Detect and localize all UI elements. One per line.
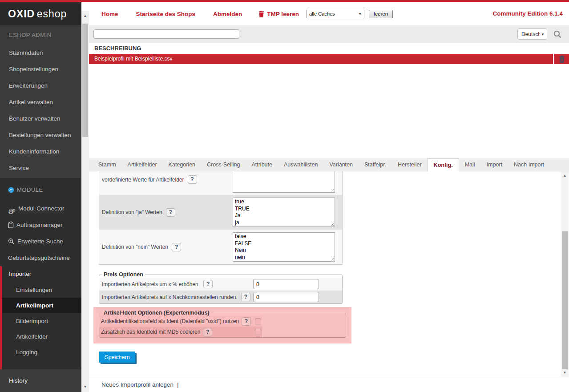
tab-hersteller[interactable]: Hersteller (392, 158, 428, 171)
history-section: History (0, 369, 81, 392)
field-label: Definition von "ja" Werten (102, 209, 162, 215)
price-options-fieldset: Preis Optionen Importierten Artikelpreis… (99, 271, 343, 304)
sidebar-item-shopeinstellungen[interactable]: Shopeinstellungen (0, 61, 81, 77)
scroll-down-icon[interactable]: ▼ (561, 370, 569, 376)
home-link[interactable]: Home (101, 11, 118, 17)
sidebar-subitem-logging[interactable]: Logging (2, 344, 81, 360)
clipboard-icon (8, 222, 14, 228)
tab-mall[interactable]: Mall (459, 158, 481, 171)
tab-attribute[interactable]: Attribute (246, 158, 278, 171)
help-icon[interactable]: ? (203, 328, 212, 336)
trash-icon (258, 11, 264, 17)
sidebar-scrollbar-thumb[interactable] (82, 24, 88, 137)
scroll-up-icon[interactable]: ▲ (561, 173, 569, 179)
table-row: Definition von "nein" Werten ? false FAL… (99, 230, 342, 264)
tab-artikelfelder[interactable]: Artikelfelder (122, 158, 163, 171)
sidebar-item-kundeninformation[interactable]: Kundeninformation (0, 143, 81, 160)
sidebar-item-geburtstagsgutscheine[interactable]: Geburtstagsgutscheine (8, 250, 70, 266)
help-icon[interactable]: ? (241, 293, 250, 301)
shop-start-link[interactable]: Startseite des Shops (136, 11, 196, 17)
tab-staffelpr[interactable]: Staffelpr. (359, 158, 392, 171)
search-icon[interactable] (553, 30, 561, 38)
sidebar-item-artikel-verwalten[interactable]: Artikel verwalten (0, 94, 81, 110)
sidebar: OXID eshop ESHOP ADMIN Stammdaten Shopei… (0, 2, 89, 392)
textarea-wrap: false FALSE Nein nein (233, 232, 335, 262)
tab-cross-selling[interactable]: Cross-Selling (201, 158, 246, 171)
yes-values-textarea[interactable]: true TRUE Ja ja (233, 198, 335, 227)
field-label: Definition von "nein" Werten (102, 244, 168, 250)
delete-icon (559, 56, 565, 63)
textarea-wrap (233, 171, 335, 193)
help-icon[interactable]: ? (188, 175, 197, 184)
sidebar-scrollbar[interactable]: ▲ ▼ (81, 11, 89, 392)
scroll-down-icon[interactable]: ▼ (81, 384, 89, 390)
predefined-values-textarea[interactable] (233, 171, 335, 193)
use-oxid-ident-checkbox[interactable] (255, 318, 261, 324)
delete-profile-cell[interactable] (554, 54, 569, 64)
gears-icon: ⚙⚙ (8, 205, 16, 212)
cache-select[interactable]: alle Caches (307, 10, 364, 18)
bottom-bar: Neues Importprofil anlegen | (89, 377, 569, 392)
sidebar-item-erweiterungen[interactable]: Erweiterungen (0, 77, 81, 94)
module-icon (8, 187, 14, 193)
eshop-admin-label: ESHOP ADMIN (9, 32, 52, 38)
logo-oxid-text: OXID (8, 8, 35, 20)
md5-encode-checkbox[interactable] (255, 329, 261, 335)
tab-varianten[interactable]: Varianten (323, 158, 359, 171)
tab-auswahllisten[interactable]: Auswahllisten (278, 158, 323, 171)
clear-cache-button[interactable]: leeren (369, 10, 393, 18)
table-row: Artikelidentifikationsfeld als Ident (Da… (99, 316, 262, 327)
sidebar-subitem-einstellungen[interactable]: Einstellungen (2, 282, 81, 298)
scroll-up-icon[interactable]: ▲ (81, 13, 89, 19)
logo[interactable]: OXID eshop (0, 2, 81, 25)
top-navigation: Home Startseite des Shops Abmelden TMP l… (89, 2, 569, 25)
sidebar-item-bestellungen-verwalten[interactable]: Bestellungen verwalten (0, 127, 81, 143)
new-import-profile-link[interactable]: Neues Importprofil anlegen (101, 381, 174, 388)
price-increase-input[interactable] (253, 279, 319, 289)
help-icon[interactable]: ? (242, 317, 251, 326)
help-icon[interactable]: ? (166, 208, 175, 217)
sidebar-subitem-bilderimport[interactable]: Bilderimport (2, 313, 81, 329)
sidebar-item-history[interactable]: History (0, 369, 81, 392)
field-label: vordefinierte Werte für Artikelfelder (102, 177, 184, 183)
price-rounding-input[interactable] (253, 292, 319, 302)
tab-import[interactable]: Import (481, 158, 508, 171)
tab-nach-import[interactable]: Nach Import (508, 158, 550, 171)
table-row: Zusätzlich das Identfeld mit MD5 codiere… (99, 327, 262, 337)
panel-scrollbar[interactable]: ▲ ▼ (561, 171, 569, 377)
oxid-admin-screen: OXID eshop ESHOP ADMIN Stammdaten Shopei… (0, 0, 569, 392)
sidebar-item-auftragsmanager[interactable]: Auftragsmanager (8, 217, 63, 233)
sidebar-item-benutzer-verwalten[interactable]: Benutzer verwalten (0, 110, 81, 127)
logout-link[interactable]: Abmelden (213, 11, 242, 17)
article-ident-fieldset: Artikel-Ident Optionen (Expertenmodus) A… (99, 310, 346, 338)
import-profile-row[interactable]: Beispielprofil mit Beispielliste.csv (89, 54, 553, 64)
help-icon[interactable]: ? (203, 280, 213, 288)
sidebar-main-nav: Stammdaten Shopeinstellungen Erweiterung… (0, 44, 81, 176)
sidebar-item-label: Erweiterte Suche (17, 233, 63, 250)
sidebar-item-erweiterte-suche[interactable]: Erweiterte Suche (8, 233, 63, 250)
field-label: Zusätzlich das Identfeld mit MD5 codiere… (101, 329, 200, 335)
save-button[interactable]: Speichern (99, 352, 135, 363)
module-section: MODULE ⚙⚙ Modul-Connector Auftragsmanage… (0, 178, 81, 369)
tab-bar: Stamm Artikelfelder Kategorien Cross-Sel… (89, 158, 569, 171)
sidebar-item-importer[interactable]: Importer (2, 266, 81, 282)
language-select[interactable]: Deutsch (517, 28, 547, 40)
tab-stamm[interactable]: Stamm (93, 158, 122, 171)
sidebar-subitem-artikelfelder[interactable]: Artikelfelder (2, 329, 81, 344)
sidebar-item-service[interactable]: Service (0, 160, 81, 176)
sidebar-item-stammdaten[interactable]: Stammdaten (0, 44, 81, 61)
tab-konfig[interactable]: Konfig. (428, 158, 459, 171)
panel-scrollbar-thumb[interactable] (562, 231, 568, 369)
module-header: MODULE (8, 182, 43, 198)
sidebar-item-modul-connector[interactable]: ⚙⚙ Modul-Connector (8, 200, 65, 217)
tab-kategorien[interactable]: Kategorien (163, 158, 201, 171)
search-input[interactable] (93, 29, 239, 39)
list-header: BESCHREIBUNG (89, 43, 569, 54)
help-icon[interactable]: ? (172, 243, 181, 251)
language-select-wrap: Deutsch (517, 28, 547, 40)
tmp-clear-link[interactable]: TMP leeren (267, 11, 299, 17)
sidebar-item-label: Auftragsmanager (16, 217, 63, 233)
top-accent-bar (0, 0, 569, 2)
no-values-textarea[interactable]: false FALSE Nein nein (233, 232, 335, 262)
sidebar-subitem-artikelimport[interactable]: Artikelimport (2, 298, 81, 313)
